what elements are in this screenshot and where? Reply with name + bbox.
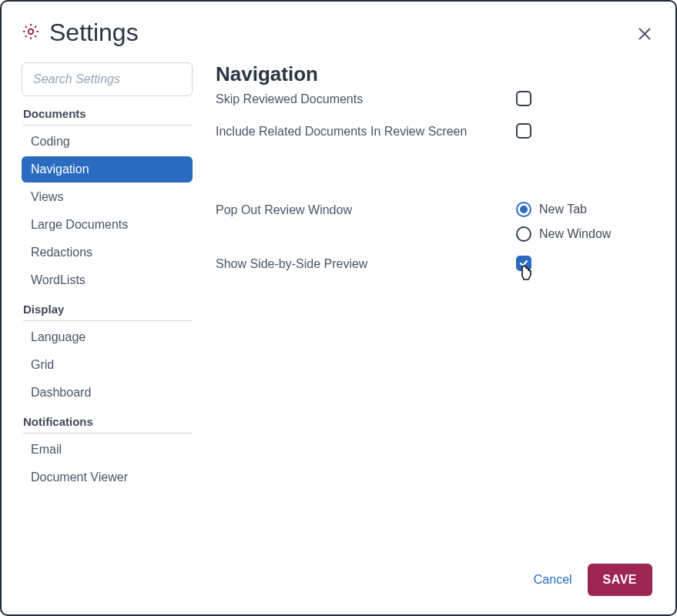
popout-option-new-window[interactable]: New Window <box>516 226 655 242</box>
popout-option-new-tab[interactable]: New Tab <box>516 202 655 217</box>
sidebar-item-navigation[interactable]: Navigation <box>22 156 193 182</box>
radio-label: New Tab <box>539 203 587 216</box>
sidebar-item-language[interactable]: Language <box>22 324 193 350</box>
include-related-checkbox[interactable] <box>516 123 531 139</box>
content-panel: Navigation Skip Reviewed Documents Inclu… <box>193 62 655 492</box>
sidebar-item-large-documents[interactable]: Large Documents <box>22 212 193 238</box>
sidebar-item-redactions[interactable]: Redactions <box>22 239 193 266</box>
popout-radio-group: New Tab New Window <box>516 202 655 242</box>
close-button[interactable] <box>637 26 652 45</box>
include-related-label: Include Related Documents In Review Scre… <box>216 123 516 139</box>
sidebyside-label: Show Side-by-Side Preview <box>216 256 516 271</box>
modal-title: Settings <box>49 18 139 47</box>
save-button[interactable]: SAVE <box>588 564 652 596</box>
modal-body: Documents Coding Navigation Views Large … <box>2 55 675 492</box>
sidebar-item-grid[interactable]: Grid <box>22 352 193 378</box>
cancel-button[interactable]: Cancel <box>534 573 572 587</box>
content-heading: Navigation <box>216 62 655 86</box>
modal-footer: Cancel SAVE <box>534 564 652 596</box>
sidebar-item-document-viewer[interactable]: Document Viewer <box>22 464 193 490</box>
sidebar-item-dashboard[interactable]: Dashboard <box>22 380 193 406</box>
sidebar: Documents Coding Navigation Views Large … <box>22 62 193 492</box>
radio-icon <box>516 226 531 242</box>
skip-reviewed-checkbox[interactable] <box>516 91 531 106</box>
sidebar-group-documents: Documents <box>23 107 193 126</box>
sidebar-item-wordlists[interactable]: WordLists <box>22 267 193 293</box>
sidebar-group-display: Display <box>23 303 193 321</box>
search-input[interactable] <box>22 62 193 96</box>
sidebyside-checkbox[interactable] <box>516 256 531 271</box>
radio-icon <box>516 202 531 217</box>
svg-point-0 <box>28 28 33 33</box>
gear-icon <box>22 22 40 44</box>
settings-modal: Settings Documents Coding Navigation Vie… <box>0 0 677 616</box>
sidebar-group-notifications: Notifications <box>23 415 193 434</box>
skip-reviewed-label: Skip Reviewed Documents <box>216 91 516 106</box>
radio-label: New Window <box>539 227 611 241</box>
popout-label: Pop Out Review Window <box>216 202 516 217</box>
sidebar-item-views[interactable]: Views <box>22 184 193 210</box>
sidebar-item-coding[interactable]: Coding <box>22 129 193 155</box>
modal-header: Settings <box>2 2 675 55</box>
sidebar-item-email[interactable]: Email <box>22 437 193 463</box>
